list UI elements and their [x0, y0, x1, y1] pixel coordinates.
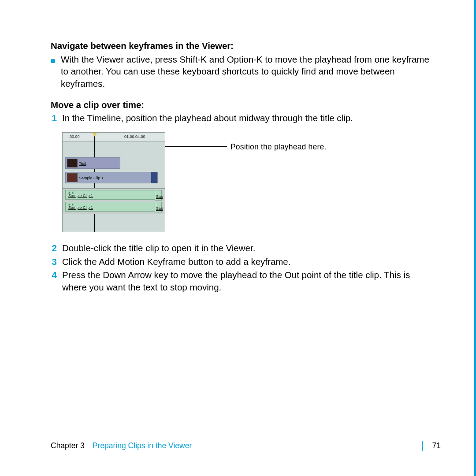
page-footer: Chapter 3 Preparing Clips in the Viewer … — [51, 441, 441, 451]
step-number: 1 — [51, 112, 57, 124]
step-text: Double-click the title clip to open it i… — [62, 242, 432, 254]
step-1: 1 In the Timeline, position the playhead… — [51, 112, 432, 124]
audio-track-2: ▲▲ Sample Clip 1 San — [65, 202, 156, 212]
step-text: In the Timeline, position the playhead a… — [62, 112, 432, 124]
step-4: 4 Press the Down Arrow key to move the p… — [51, 269, 432, 293]
callout-leader-line — [165, 146, 227, 147]
step-number: 4 — [51, 269, 57, 293]
bullet-text: With the Viewer active, press Shift-K an… — [61, 53, 432, 90]
clip-label-sample: Sample Clip 1 — [79, 175, 104, 181]
step-number: 3 — [51, 256, 57, 268]
audio-next-fragment: San — [155, 190, 162, 201]
ruler-timecode-mid: 01:00:04:00 — [124, 134, 145, 139]
manual-page: Navigate between keyframes in the Viewer… — [0, 0, 476, 476]
audio-track-1: ▲▲ Sample Clip 1 San — [65, 190, 156, 200]
audio-next-fragment: San — [155, 202, 162, 212]
video-track-sample: Sample Clip 1 — [65, 172, 158, 183]
footer-page-number: 71 — [432, 441, 441, 451]
step-2: 2 Double-click the title clip to open it… — [51, 242, 432, 254]
audio-tracks-area: ▲▲ Sample Clip 1 San ▲▲ Sample Clip 1 Sa… — [63, 188, 165, 214]
figure-callout-text: Position the playhead here. — [231, 142, 327, 152]
timeline-screenshot: 00:00 01:00:04:00 Text Sample Clip 1 ▲▲ … — [62, 132, 165, 232]
footer-chapter-label: Chapter 3 — [51, 441, 85, 451]
clip-thumbnail-icon — [67, 173, 78, 182]
step-3: 3 Click the Add Motion Keyframe button t… — [51, 256, 432, 268]
bullet-item: ■ With the Viewer active, press Shift-K … — [51, 53, 432, 90]
step-list-continued: 2 Double-click the title clip to open it… — [51, 242, 432, 294]
step-text: Press the Down Arrow key to move the pla… — [62, 269, 432, 293]
bullet-icon: ■ — [51, 53, 56, 90]
audio-clip-label: Sample Clip 1 — [68, 193, 93, 198]
heading-move-clip: Move a clip over time: — [51, 99, 432, 111]
figure-timeline: 00:00 01:00:04:00 Text Sample Clip 1 ▲▲ … — [62, 132, 432, 232]
step-text: Click the Add Motion Keyframe button to … — [62, 256, 432, 268]
next-clip-fragment — [151, 172, 157, 183]
footer-separator — [422, 441, 423, 451]
timeline-ruler: 00:00 01:00:04:00 — [63, 133, 165, 142]
ruler-timecode-start: 00:00 — [70, 134, 80, 139]
page-accent-bar — [474, 0, 476, 476]
heading-navigate-keyframes: Navigate between keyframes in the Viewer… — [51, 40, 432, 52]
step-number: 2 — [51, 242, 57, 254]
footer-chapter-title: Preparing Clips in the Viewer — [93, 441, 422, 451]
audio-clip-label: Sample Clip 1 — [68, 205, 93, 210]
clip-label-text: Text — [79, 161, 86, 166]
video-track-text: Text — [65, 157, 120, 169]
clip-thumbnail-icon — [67, 159, 78, 167]
step-list: 1 In the Timeline, position the playhead… — [51, 112, 432, 124]
